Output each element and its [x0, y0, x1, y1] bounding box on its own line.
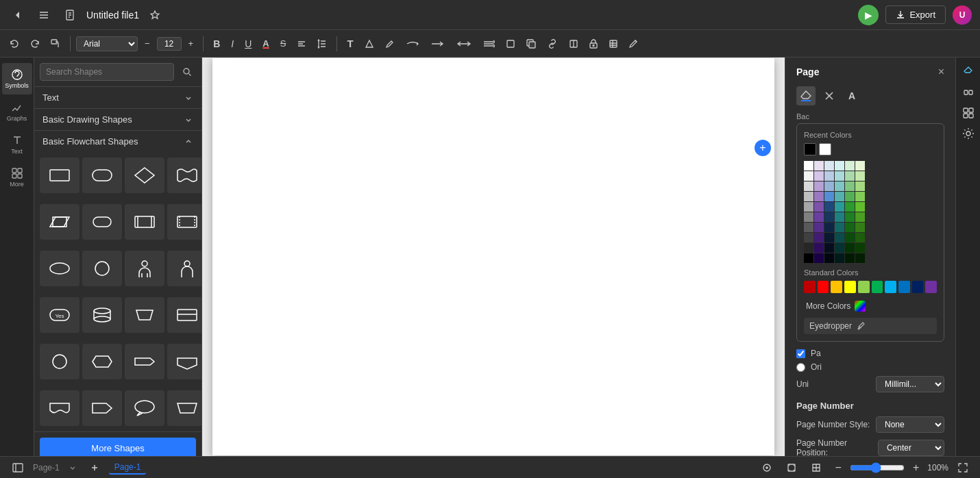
edit-text-button[interactable] — [625, 37, 643, 51]
shape-wavy-rect[interactable] — [167, 158, 201, 193]
double-arrow-button[interactable] — [452, 37, 476, 51]
font-decrease-button[interactable]: − — [140, 36, 154, 51]
font-increase-button[interactable]: + — [184, 36, 198, 51]
align-button[interactable] — [293, 37, 310, 51]
std-color[interactable] — [872, 281, 883, 293]
shape-striped-rect[interactable] — [125, 204, 164, 240]
color-cell[interactable] — [804, 223, 813, 232]
basic-flowchart-category-header[interactable]: Basic Flowchart Shapes — [34, 131, 201, 152]
std-color[interactable] — [858, 281, 870, 293]
link-button[interactable] — [543, 37, 562, 51]
std-color[interactable] — [898, 281, 910, 293]
pa-checkbox[interactable] — [796, 349, 805, 358]
star-button[interactable] — [146, 8, 164, 23]
sidebar-more-button[interactable]: More — [2, 162, 32, 193]
color-cell[interactable] — [814, 243, 824, 253]
shape-circle[interactable] — [82, 251, 122, 286]
page-number-position-select[interactable]: Center — [878, 440, 944, 456]
units-select[interactable]: Millimil... — [876, 376, 944, 392]
color-cell[interactable] — [804, 202, 813, 212]
shape-speech-bubble[interactable] — [125, 390, 164, 426]
shape-wave-bottom[interactable] — [40, 390, 79, 426]
sidebar-text-button[interactable]: Text — [2, 129, 32, 160]
shape-ellipse-wide[interactable] — [40, 251, 79, 286]
page-view-button[interactable] — [757, 460, 776, 476]
search-input[interactable] — [40, 63, 174, 81]
toggle-sidebar-button[interactable] — [8, 460, 27, 476]
add-page-button[interactable] — [86, 460, 103, 475]
color-cell[interactable] — [804, 192, 813, 201]
shape-decision-yes[interactable]: Yes — [40, 297, 79, 333]
font-select[interactable]: Arial — [76, 36, 138, 51]
color-cell[interactable] — [845, 181, 855, 191]
shape-cylinder[interactable] — [82, 297, 122, 333]
list-button[interactable] — [478, 37, 499, 51]
std-color[interactable] — [885, 281, 896, 293]
arrow-button[interactable] — [426, 37, 450, 51]
std-color[interactable] — [925, 281, 937, 293]
box-button[interactable] — [502, 37, 519, 51]
shape-rounded-rect[interactable] — [82, 158, 122, 193]
color-cell[interactable] — [824, 192, 834, 201]
search-button[interactable] — [178, 64, 196, 79]
color-cell[interactable] — [824, 171, 834, 181]
shape-trapezoid-2[interactable] — [167, 390, 201, 426]
recent-color-black[interactable] — [804, 143, 816, 155]
color-cell[interactable] — [845, 223, 855, 232]
font-color-button[interactable]: A — [258, 36, 273, 51]
color-cell[interactable] — [804, 243, 813, 253]
color-cell[interactable] — [814, 202, 824, 212]
color-cell[interactable] — [835, 212, 844, 222]
color-cell[interactable] — [845, 243, 855, 253]
color-cell[interactable] — [845, 161, 855, 171]
underline-button[interactable]: U — [241, 36, 256, 51]
pen-button[interactable] — [381, 37, 399, 51]
page-dropdown-button[interactable] — [65, 462, 80, 474]
color-cell[interactable] — [835, 243, 844, 253]
more-colors-button[interactable]: More Colors — [804, 299, 937, 314]
font-size-input[interactable] — [157, 37, 182, 51]
redo-button[interactable] — [26, 36, 44, 51]
shape-parallelogram[interactable] — [40, 204, 79, 240]
color-cell[interactable] — [804, 233, 813, 242]
shape-divided-rect[interactable] — [167, 297, 201, 333]
connector-button[interactable] — [402, 37, 424, 51]
strikethrough-button[interactable]: S — [276, 36, 291, 51]
color-cell[interactable] — [855, 192, 865, 201]
canvas-area[interactable]: + — [202, 58, 785, 456]
color-cell[interactable] — [845, 192, 855, 201]
canvas-paper[interactable] — [212, 58, 774, 455]
color-cell[interactable] — [855, 233, 865, 242]
color-cell[interactable] — [845, 171, 855, 181]
zoom-in-button[interactable]: + — [909, 459, 923, 477]
color-cell[interactable] — [855, 171, 865, 181]
color-cell[interactable] — [804, 212, 813, 222]
color-cell[interactable] — [824, 161, 834, 171]
fill-color-button[interactable] — [796, 86, 816, 105]
sidebar-symbols-button[interactable]: Symbols — [2, 63, 32, 95]
color-cell[interactable] — [814, 212, 824, 222]
back-button[interactable] — [8, 7, 27, 23]
color-cell[interactable] — [804, 253, 813, 263]
color-cell[interactable] — [804, 181, 813, 191]
shape-trapezoid[interactable] — [125, 297, 164, 333]
color-cell[interactable] — [845, 212, 855, 222]
shape-format-button[interactable] — [360, 37, 378, 51]
italic-button[interactable]: I — [227, 36, 238, 51]
ori-radio-portrait[interactable] — [796, 363, 805, 372]
std-color[interactable] — [831, 281, 842, 293]
color-cell[interactable] — [835, 253, 844, 263]
right-panel-link-button[interactable] — [958, 84, 979, 101]
color-cell[interactable] — [845, 202, 855, 212]
color-cell[interactable] — [814, 192, 824, 201]
std-color[interactable] — [844, 281, 856, 293]
color-cell[interactable] — [835, 181, 844, 191]
zoom-slider[interactable] — [850, 462, 905, 473]
format-painter-button[interactable] — [47, 36, 64, 51]
color-cell[interactable] — [855, 223, 865, 232]
grid-view-button[interactable] — [807, 460, 826, 476]
color-cell[interactable] — [835, 233, 844, 242]
shape-arrow-right[interactable] — [125, 344, 164, 379]
color-cell[interactable] — [855, 243, 865, 253]
std-color[interactable] — [912, 281, 924, 293]
